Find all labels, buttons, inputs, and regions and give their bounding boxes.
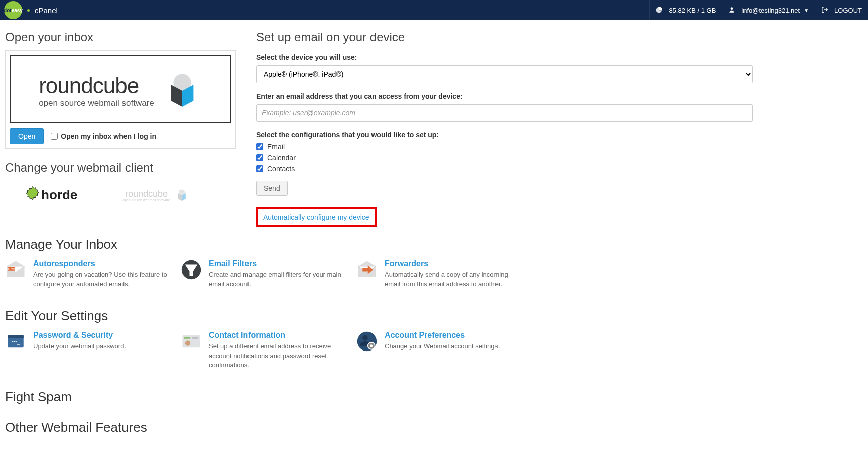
roundcube-icon: [162, 71, 202, 111]
user-icon: [728, 6, 738, 15]
feature-desc: Are you going on vacation? Use this feat…: [33, 270, 171, 289]
user-menu[interactable]: info@testing321.net ▼: [722, 0, 815, 20]
logout-icon: [821, 6, 831, 15]
password-icon: ***_: [5, 331, 26, 352]
feature-desc: Update your webmail password.: [33, 342, 126, 352]
autoresponder-icon: AUTO: [5, 259, 26, 280]
storage-indicator[interactable]: 85.82 KB / 1 GB: [649, 0, 722, 20]
config-label: Select the configurations that you would…: [256, 131, 753, 139]
feature-title[interactable]: Forwarders: [385, 259, 522, 268]
logout-label: LOGOUT: [834, 7, 862, 14]
brand-name: cPanel: [35, 6, 58, 15]
storage-text: 85.82 KB / 1 GB: [669, 7, 716, 14]
doteasy-logo: doteasy: [4, 1, 22, 19]
svg-point-26: [362, 335, 368, 340]
manage-inbox-heading: Manage Your Inbox: [5, 237, 863, 252]
feature-desc: Automatically send a copy of any incomin…: [385, 270, 522, 289]
feature-password: ***_ Password & Security Update your web…: [5, 331, 171, 371]
feature-title[interactable]: Account Preferences: [385, 331, 500, 340]
account-prefs-icon: [356, 331, 378, 352]
pie-chart-icon: [656, 6, 666, 15]
svg-rect-19: [8, 335, 24, 338]
feature-desc: Change your Webmail account settings.: [385, 342, 500, 352]
webmail-name: roundcube: [39, 73, 154, 98]
cfg-email-checkbox[interactable]: [256, 143, 263, 150]
roundcube-label: roundcube: [122, 189, 170, 199]
logout-button[interactable]: LOGOUT: [815, 0, 868, 20]
feature-title[interactable]: Email Filters: [209, 259, 346, 268]
feature-autoresponders: AUTO Autoresponders Are you going on vac…: [5, 259, 171, 289]
forward-icon: [356, 259, 378, 280]
feature-title[interactable]: Password & Security: [33, 331, 126, 340]
chevron-down-icon: ▼: [804, 8, 809, 13]
roundcube-logo-box: roundcube open source webmail software: [10, 55, 231, 123]
edit-settings-heading: Edit Your Settings: [5, 308, 863, 324]
roundcube-mini-icon: [174, 188, 189, 202]
other-features-heading: Other Webmail Features: [5, 420, 863, 435]
change-client-heading: Change your webmail client: [5, 161, 236, 175]
feature-email-filters: Email Filters Create and manage email fi…: [181, 259, 346, 289]
inbox-card: roundcube open source webmail software O…: [5, 50, 236, 149]
send-button[interactable]: Send: [256, 181, 288, 196]
cfg-contacts-row[interactable]: Contacts: [256, 165, 753, 173]
cfg-calendar-checkbox[interactable]: [256, 154, 263, 161]
cfg-contacts-checkbox[interactable]: [256, 165, 263, 172]
open-on-login-row[interactable]: Open my inbox when I log in: [51, 132, 156, 140]
device-select[interactable]: Apple® (iPhone®, iPad®): [256, 65, 753, 83]
feature-account-prefs: Account Preferences Change your Webmail …: [356, 331, 522, 371]
feature-contact-info: Contact Information Set up a different e…: [181, 331, 346, 371]
email-label: Enter an email address that you can acce…: [256, 92, 753, 100]
fight-spam-heading: Fight Spam: [5, 389, 863, 405]
open-on-login-checkbox[interactable]: [51, 133, 58, 140]
auto-configure-highlight: Automatically configure my device: [256, 207, 377, 227]
cfg-contacts-label: Contacts: [267, 165, 295, 173]
cfg-calendar-label: Calendar: [267, 154, 296, 162]
contact-info-icon: [181, 331, 202, 352]
cfg-calendar-row[interactable]: Calendar: [256, 154, 753, 162]
feature-desc: Create and manage email filters for your…: [209, 270, 346, 289]
gear-icon: [25, 186, 40, 204]
svg-point-0: [731, 7, 733, 10]
device-label: Select the device you will use:: [256, 53, 753, 61]
divider-dot: [27, 9, 30, 12]
cfg-email-row[interactable]: Email: [256, 143, 753, 151]
cfg-email-label: Email: [267, 143, 285, 151]
feature-title[interactable]: Contact Information: [209, 331, 346, 340]
svg-text:***_: ***_: [12, 339, 20, 345]
roundcube-sub-label: open source webmail software: [122, 198, 170, 202]
svg-rect-23: [192, 337, 198, 339]
open-on-login-label: Open my inbox when I log in: [61, 132, 156, 140]
topbar: doteasy cPanel 85.82 KB / 1 GB info@test…: [0, 0, 868, 20]
webmail-tagline: open source webmail software: [39, 98, 154, 108]
svg-text:AUTO: AUTO: [8, 268, 15, 271]
svg-point-28: [370, 344, 373, 347]
horde-label: horde: [41, 187, 77, 203]
roundcube-client[interactable]: roundcube open source webmail software: [122, 188, 189, 202]
open-button[interactable]: Open: [10, 128, 44, 144]
svg-rect-22: [184, 337, 190, 339]
filter-icon: [181, 259, 202, 280]
feature-desc: Set up a different email address to rece…: [209, 342, 346, 371]
auto-configure-link[interactable]: Automatically configure my device: [263, 213, 369, 221]
user-email: info@testing321.net: [741, 7, 800, 14]
open-inbox-heading: Open your inbox: [5, 30, 236, 44]
setup-heading: Set up email on your device: [256, 30, 753, 44]
feature-forwarders: Forwarders Automatically send a copy of …: [356, 259, 522, 289]
horde-client[interactable]: horde: [25, 186, 77, 204]
feature-title[interactable]: Autoresponders: [33, 259, 171, 268]
svg-point-24: [185, 340, 191, 346]
email-input[interactable]: [256, 104, 753, 122]
